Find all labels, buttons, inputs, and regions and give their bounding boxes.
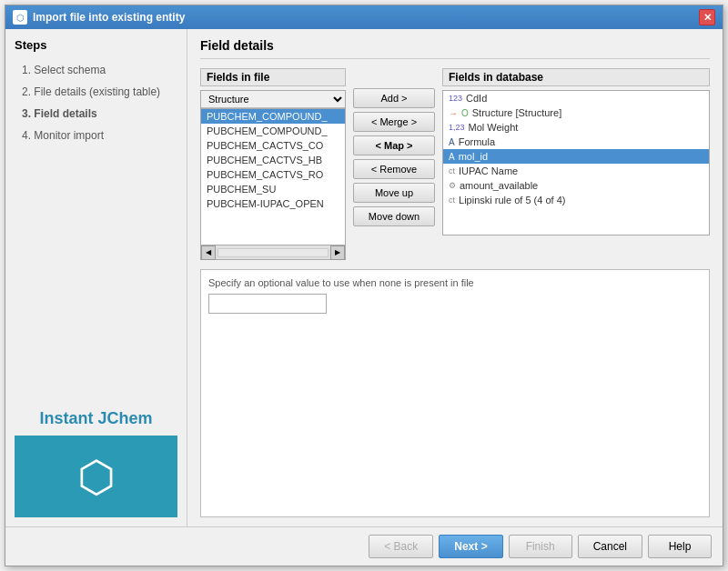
scroll-right-arrow[interactable]: ▶ [330, 245, 345, 260]
fields-in-file-label: Fields in file [200, 68, 346, 86]
fields-in-file-section: Fields in file Structure PUBCHEM_COMPOUN… [200, 68, 346, 260]
db-item[interactable]: A Formula [443, 135, 709, 149]
db-item[interactable]: → O Structure [Structure] [443, 105, 709, 120]
db-item[interactable]: A mol_id [443, 149, 709, 164]
gear-icon: ⚙ [449, 181, 456, 190]
logo-icon-box: ⬡ [15, 436, 177, 517]
list-item[interactable]: PUBCHEM_SU [201, 182, 345, 196]
next-button[interactable]: Next > [439, 535, 502, 558]
db-item[interactable]: 1,23 Mol Weight [443, 120, 709, 135]
struct-icon: O [461, 108, 469, 118]
fields-in-db-label: Fields in database [442, 68, 710, 86]
title-bar-left: ⬡ Import file into existing entity [13, 10, 185, 25]
scroll-left-arrow[interactable]: ◀ [201, 245, 216, 260]
db-item[interactable]: ⚙ amount_available [443, 178, 709, 193]
merge-button[interactable]: < Merge > [353, 112, 435, 132]
move-down-button[interactable]: Move down [353, 206, 435, 226]
step-4: 4. Monitor import [18, 126, 177, 145]
db-fields-list: 123 CdId → O Structure [Structure] 1,23 [442, 90, 710, 235]
optional-label: Specify an optional value to use when no… [208, 277, 702, 288]
iupac-icon: ct [449, 166, 455, 175]
optional-input[interactable] [208, 294, 327, 314]
back-button[interactable]: < Back [369, 535, 433, 558]
sidebar-logo: Instant JChem ⬡ [15, 409, 177, 517]
steps-list: 1. Select schema 2. File details (existi… [15, 61, 177, 145]
fields-area: Fields in file Structure PUBCHEM_COMPOUN… [200, 68, 710, 260]
structure-dropdown[interactable]: Structure [201, 91, 345, 108]
right-panel: Field details Fields in file Structure P… [187, 29, 723, 526]
help-button[interactable]: Help [648, 535, 712, 558]
molid-icon: A [449, 152, 455, 162]
fields-in-db-section: Fields in database 123 CdId → O Structur… [442, 68, 710, 260]
bottom-bar: < Back Next > Finish Cancel Help [5, 526, 723, 566]
list-item[interactable]: PUBCHEM-IUPAC_OPEN [201, 196, 345, 211]
optional-section: Specify an optional value to use when no… [200, 269, 710, 517]
lipinski-icon: ct [449, 195, 455, 205]
step-1: 1. Select schema [18, 61, 177, 79]
list-item[interactable]: PUBCHEM_CACTVS_RO [201, 167, 345, 182]
window-icon: ⬡ [13, 10, 27, 25]
cancel-button[interactable]: Cancel [578, 535, 642, 558]
file-fields-list: PUBCHEM_COMPOUND_ PUBCHEM_COMPOUND_ PUBC… [200, 109, 346, 245]
arrow-icon: → [449, 108, 458, 118]
finish-button[interactable]: Finish [509, 535, 572, 558]
step-2: 2. File details (existing table) [18, 83, 177, 101]
remove-button[interactable]: < Remove [353, 159, 435, 179]
db-item[interactable]: ct Lipinski rule of 5 (4 of 4) [443, 193, 709, 207]
close-button[interactable]: ✕ [699, 9, 715, 25]
logo-text: Instant JChem [15, 409, 177, 428]
title-bar: ⬡ Import file into existing entity ✕ [5, 5, 723, 29]
window-title: Import file into existing entity [33, 11, 185, 24]
list-item[interactable]: PUBCHEM_COMPOUND_ [201, 109, 345, 124]
formula-icon: A [449, 137, 455, 147]
hex-icon: ⬡ [77, 451, 116, 502]
list-item[interactable]: PUBCHEM_COMPOUND_ [201, 124, 345, 138]
move-up-button[interactable]: Move up [353, 183, 435, 203]
num-icon: 123 [449, 94, 462, 103]
panel-title: Field details [200, 38, 710, 59]
list-item[interactable]: PUBCHEM_CACTVS_CO [201, 138, 345, 153]
main-window: ⬡ Import file into existing entity ✕ Ste… [5, 5, 723, 566]
db-item[interactable]: ct IUPAC Name [443, 164, 709, 178]
add-button[interactable]: Add > [353, 88, 435, 108]
steps-title: Steps [15, 38, 177, 52]
mol-icon: 1,23 [449, 123, 465, 132]
horizontal-scrollbar[interactable]: ◀ ▶ [200, 245, 346, 260]
db-item[interactable]: 123 CdId [443, 91, 709, 105]
step-3: 3. Field details [18, 105, 177, 123]
scroll-track[interactable] [217, 248, 329, 257]
map-button[interactable]: < Map > [353, 135, 435, 155]
sidebar: Steps 1. Select schema 2. File details (… [5, 29, 187, 526]
action-buttons: Add > < Merge > < Map > < Remove Move up… [353, 68, 435, 260]
list-item[interactable]: PUBCHEM_CACTVS_HB [201, 153, 345, 167]
main-content: Steps 1. Select schema 2. File details (… [5, 29, 723, 526]
